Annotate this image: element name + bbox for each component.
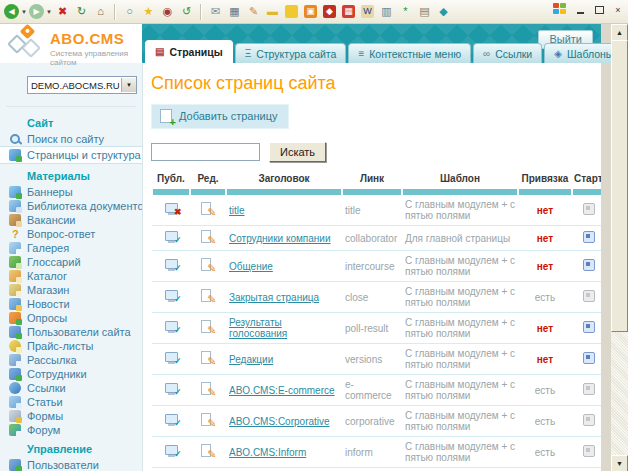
sidebar-item-vacancies[interactable]: Вакансии <box>0 213 142 227</box>
page-title-link[interactable]: Закрытая страница <box>229 292 319 303</box>
edit-icon[interactable]: ✎ <box>201 258 216 272</box>
sidebar-item-forms[interactable]: Формы <box>0 409 142 423</box>
forward-icon[interactable]: ▶ <box>29 4 44 19</box>
page-title-link[interactable]: title <box>229 205 245 216</box>
start-page-toggle-icon[interactable] <box>583 414 595 426</box>
sidebar-item-catalog[interactable]: Каталог <box>0 269 142 283</box>
sidebar-item-articles[interactable]: Статьи <box>0 395 142 409</box>
restore-button[interactable] <box>592 4 606 16</box>
start-page-toggle-icon[interactable] <box>583 445 595 457</box>
messenger-icon[interactable] <box>285 5 298 18</box>
published-icon[interactable]: ✓ <box>163 259 180 272</box>
edit-icon[interactable]: ✎ <box>201 382 216 396</box>
sidebar-item-banners[interactable]: Баннеры <box>0 185 142 199</box>
start-page-toggle-icon[interactable] <box>583 290 595 302</box>
page-title-link[interactable]: ABO.CMS:Inform <box>229 447 306 458</box>
sidebar-item-qa[interactable]: Вопрос-ответ <box>0 227 142 241</box>
tab-Ссылки[interactable]: ∞Ссылки <box>473 43 542 63</box>
edit-icon[interactable]: ✎ <box>201 202 216 216</box>
sidebar-item-gallery[interactable]: Галерея <box>0 241 142 255</box>
start-page-toggle-icon[interactable] <box>583 203 595 215</box>
tab-Контекстные меню[interactable]: ≡Контекстные меню <box>348 43 471 63</box>
search-input[interactable] <box>151 143 260 161</box>
page-title-link[interactable]: Редакции <box>229 354 273 365</box>
sidebar-item-polls[interactable]: Опросы <box>0 311 142 325</box>
realplayer-icon[interactable]: ◆ <box>323 5 336 18</box>
sidebar-item-pages[interactable]: Страницы и структура <box>0 146 142 164</box>
folders-icon[interactable]: ▣ <box>304 5 317 18</box>
published-icon[interactable]: ✓ <box>163 445 180 458</box>
published-icon[interactable]: ✓ <box>163 321 180 334</box>
sidebar-item-users[interactable]: Пользователи <box>0 458 142 471</box>
history-icon[interactable]: ↺ <box>178 3 195 20</box>
sidebar-item-news[interactable]: Новости <box>0 297 142 311</box>
start-page-toggle-icon[interactable] <box>583 321 595 333</box>
forward-dropdown-icon[interactable]: ▼ <box>45 3 53 20</box>
edit-icon[interactable]: ✎ <box>201 320 216 334</box>
start-page-toggle-icon[interactable] <box>583 352 595 364</box>
tab-Структура сайта[interactable]: ΞСтруктура сайта <box>235 43 347 63</box>
stop-icon[interactable]: ✖ <box>54 3 71 20</box>
print-icon[interactable]: ▦ <box>226 3 243 20</box>
sidebar-item-mailing[interactable]: Рассылка <box>0 353 142 367</box>
select-dropdown-icon[interactable]: ▼ <box>121 78 136 92</box>
edit-icon[interactable]: ✎ <box>201 351 216 365</box>
mail-icon[interactable]: ✉ <box>207 3 224 20</box>
msn-icon[interactable]: * <box>397 3 414 20</box>
other-tool-icon[interactable]: ◆ <box>435 3 452 20</box>
start-page-toggle-icon[interactable] <box>583 383 595 395</box>
sidebar-item-shop[interactable]: Магазин <box>0 283 142 297</box>
site-select[interactable]: DEMO.ABOCMS.RU (Русский) ▼ <box>27 76 137 94</box>
page-title-link[interactable]: Общение <box>229 261 273 272</box>
back-icon[interactable]: ◀ <box>4 4 19 19</box>
edit-icon[interactable]: ✎ <box>201 289 216 303</box>
scroll-up-icon[interactable]: ▲ <box>611 24 628 41</box>
sidebar-item-library[interactable]: Библиотека документов <box>0 199 142 213</box>
start-page-toggle-icon[interactable] <box>583 231 595 243</box>
word-icon[interactable]: W <box>361 5 374 18</box>
media-icon[interactable]: ◉ <box>159 3 176 20</box>
published-icon[interactable]: ✓ <box>163 414 180 427</box>
discuss-icon[interactable]: ▬ <box>264 3 281 20</box>
sidebar-item-staff[interactable]: Сотрудники <box>0 367 142 381</box>
tab-Страницы[interactable]: ▤Страницы <box>145 40 233 63</box>
edit-icon[interactable]: ✎ <box>201 444 216 458</box>
page-title-link[interactable]: ABO.CMS:Corporative <box>229 416 330 427</box>
sidebar-item-search[interactable]: Поиск по сайту <box>0 132 142 146</box>
published-icon[interactable]: ✓ <box>163 231 180 244</box>
scroll-down-icon[interactable]: ▼ <box>611 455 628 471</box>
scroll-thumb[interactable] <box>611 40 628 332</box>
binding-value: нет <box>537 323 553 334</box>
favorites-icon[interactable]: ★ <box>140 3 157 20</box>
sidebar-item-links[interactable]: Ссылки <box>0 381 142 395</box>
close-button[interactable]: × <box>611 4 625 16</box>
quicktime-icon[interactable]: ▦ <box>342 5 355 18</box>
published-icon[interactable]: ✓ <box>163 290 180 303</box>
vertical-scrollbar[interactable]: ▲ ▼ <box>611 24 628 471</box>
unpublished-icon[interactable]: ✖ <box>163 203 180 216</box>
edit-icon[interactable]: ✎ <box>201 230 216 244</box>
start-page-toggle-icon[interactable] <box>583 259 595 271</box>
published-icon[interactable]: ✓ <box>163 352 180 365</box>
published-icon[interactable]: ✓ <box>163 383 180 396</box>
back-dropdown-icon[interactable]: ▼ <box>20 3 28 20</box>
sidebar-item-forum[interactable]: Форум <box>0 423 142 437</box>
page-title-link[interactable]: Сотрудники компании <box>229 233 331 244</box>
minimize-button[interactable] <box>573 4 587 16</box>
link-cell: corporative <box>342 406 402 437</box>
research-icon[interactable]: ▥ <box>378 3 395 20</box>
home-icon[interactable]: ⌂ <box>92 3 109 20</box>
sidebar-item-price[interactable]: Прайс-листы <box>0 339 142 353</box>
sidebar-item-site-users[interactable]: Пользователи сайта <box>0 325 142 339</box>
edit-icon[interactable]: ✎ <box>245 3 262 20</box>
search-icon[interactable]: ○ <box>121 3 138 20</box>
edit-icon[interactable]: ✎ <box>201 413 216 427</box>
page-title-link[interactable]: ABO.CMS:E-commerce <box>229 385 335 396</box>
refresh-icon[interactable]: ↻ <box>73 3 90 20</box>
users-icon <box>9 459 21 471</box>
add-page-button[interactable]: Добавить страницу <box>151 104 289 129</box>
notebook-icon[interactable]: ▤ <box>416 3 433 20</box>
search-button[interactable]: Искать <box>269 142 326 162</box>
sidebar-item-glossary[interactable]: Глоссарий <box>0 255 142 269</box>
page-title-link[interactable]: Результаты голосования <box>229 317 287 339</box>
